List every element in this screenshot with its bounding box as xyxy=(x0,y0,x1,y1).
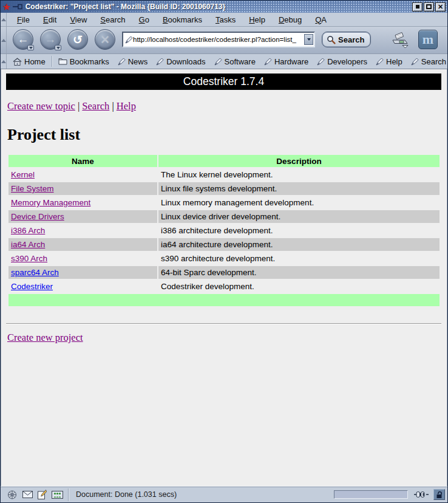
back-dropdown-icon[interactable] xyxy=(27,45,34,50)
table-row: ia64 Archia64 architecture development. xyxy=(8,238,440,251)
forward-dropdown-icon[interactable] xyxy=(55,45,61,50)
personal-toolbar-item-help[interactable]: Help xyxy=(372,56,406,67)
project-link[interactable]: Codestriker xyxy=(11,282,53,291)
project-link[interactable]: ia64 Arch xyxy=(11,240,45,249)
personal-toolbar-item-label: Help xyxy=(386,57,402,66)
menu-go[interactable]: Go xyxy=(132,15,156,24)
project-link[interactable]: i386 Arch xyxy=(11,226,45,235)
search-button[interactable]: Search xyxy=(322,32,371,47)
mozilla-logo[interactable]: m xyxy=(418,30,438,49)
menu-bookmarks[interactable]: Bookmarks xyxy=(156,15,209,24)
home-icon xyxy=(13,58,22,66)
project-name-cell: Memory Management xyxy=(8,196,157,209)
nav-link-search[interactable]: Search xyxy=(82,100,109,112)
stop-button[interactable]: ✕ xyxy=(95,29,115,50)
title-bar[interactable]: ★ Codestriker: "Project list" - Mozilla … xyxy=(1,1,447,13)
menu-search[interactable]: Search xyxy=(93,15,132,24)
table-row: sparc64 Arch64-bit Sparc development. xyxy=(8,266,440,279)
window-menu-star-icon[interactable]: ★ xyxy=(3,3,10,11)
personal-toolbar-item-news[interactable]: News xyxy=(114,56,152,67)
table-row: i386 Archi386 architecture development. xyxy=(8,224,440,237)
personal-toolbar-item-developers[interactable]: Developers xyxy=(313,56,371,67)
personal-toolbar-grippy[interactable] xyxy=(1,54,7,69)
url-dropdown-button[interactable] xyxy=(304,34,313,45)
project-link[interactable]: sparc64 Arch xyxy=(11,268,59,277)
project-link[interactable]: File System xyxy=(11,184,54,193)
personal-toolbar-item-label: News xyxy=(128,57,148,66)
forward-button[interactable]: → xyxy=(40,29,61,50)
table-header-row: NameDescription xyxy=(8,155,440,167)
personal-toolbar-item-hardware[interactable]: Hardware xyxy=(260,56,312,67)
print-button[interactable] xyxy=(390,30,410,49)
nav-link-create-new-topic[interactable]: Create new topic xyxy=(7,100,75,112)
project-link[interactable]: s390 Arch xyxy=(11,254,47,263)
online-plug-icon[interactable] xyxy=(414,491,429,498)
personal-toolbar-item-bookmarks[interactable]: Bookmarks xyxy=(55,56,113,67)
menu-file[interactable]: File xyxy=(10,15,36,24)
search-button-label: Search xyxy=(338,35,364,44)
project-description: Linux memory management development. xyxy=(158,196,440,209)
table-row: CodestrikerCodestriker development. xyxy=(8,280,440,293)
quill-icon xyxy=(317,58,325,66)
menubar-grippy[interactable] xyxy=(1,13,7,26)
close-icon: ✕ xyxy=(438,4,443,10)
personal-toolbar-item-search[interactable]: Search xyxy=(407,56,448,67)
projects-table: NameDescription KernelThe Linux kernel d… xyxy=(7,154,441,307)
menu-view[interactable]: View xyxy=(63,15,93,24)
menu-help[interactable]: Help xyxy=(242,15,272,24)
status-text: Document: Done (1.031 secs) xyxy=(69,490,334,499)
footer-link-container: Create new project xyxy=(7,332,447,344)
toolbar-grippy[interactable] xyxy=(1,27,7,53)
table-footer-row xyxy=(8,294,440,306)
maximize-button[interactable] xyxy=(424,2,434,12)
column-header-name: Name xyxy=(8,155,157,167)
project-description: ia64 architecture development. xyxy=(158,238,440,251)
project-link[interactable]: Memory Management xyxy=(11,198,90,207)
personal-toolbar-item-label: Developers xyxy=(327,57,367,66)
quill-icon xyxy=(156,58,164,66)
menu-debug[interactable]: Debug xyxy=(272,15,308,24)
table-row: KernelThe Linux kernel development. xyxy=(8,168,440,181)
security-lock-button[interactable] xyxy=(433,489,445,500)
close-button[interactable]: ✕ xyxy=(435,2,446,12)
open-lock-icon xyxy=(436,491,443,499)
maximize-icon xyxy=(426,4,432,9)
personal-toolbar: HomeBookmarksNewsDownloadsSoftwareHardwa… xyxy=(1,54,447,69)
personal-toolbar-item-label: Bookmarks xyxy=(70,57,109,66)
url-input[interactable] xyxy=(133,33,304,46)
reload-button[interactable]: ↺ xyxy=(67,29,88,50)
personal-toolbar-item-software[interactable]: Software xyxy=(211,56,259,67)
project-name-cell: i386 Arch xyxy=(8,224,157,237)
menu-items: FileEditViewSearchGoBookmarksTasksHelpDe… xyxy=(7,13,333,26)
url-bar[interactable] xyxy=(122,32,315,47)
menu-tasks[interactable]: Tasks xyxy=(209,15,242,24)
project-description: 64-bit Sparc development. xyxy=(158,266,440,279)
menu-edit[interactable]: Edit xyxy=(36,15,63,24)
page-content: Codestriker 1.7.4 Create new topic | Sea… xyxy=(1,69,447,486)
address-book-icon[interactable] xyxy=(52,491,63,499)
composer-icon[interactable] xyxy=(38,490,47,499)
nav-link-help[interactable]: Help xyxy=(117,100,136,112)
minimize-button[interactable] xyxy=(412,2,423,12)
toolbar-separator xyxy=(52,56,52,67)
table-row: Device DriversLinux device driver develo… xyxy=(8,210,440,223)
personal-toolbar-item-home[interactable]: Home xyxy=(9,56,49,67)
navigator-icon[interactable] xyxy=(7,490,18,500)
menu-qa[interactable]: QA xyxy=(308,15,333,24)
project-link[interactable]: Device Drivers xyxy=(11,212,64,221)
project-name-cell: Kernel xyxy=(8,168,157,181)
project-name-cell: sparc64 Arch xyxy=(8,266,157,279)
project-description: Linux device driver development. xyxy=(158,210,440,223)
mail-icon[interactable] xyxy=(22,491,33,498)
personal-toolbar-item-label: Home xyxy=(24,57,46,66)
quill-icon xyxy=(411,58,419,66)
project-link[interactable]: Kernel xyxy=(11,170,35,179)
project-description: i386 architecture development. xyxy=(158,224,440,237)
printer-icon xyxy=(390,30,410,49)
project-description: The Linux kernel development. xyxy=(158,168,440,181)
personal-toolbar-item-label: Downloads xyxy=(166,57,205,66)
back-button[interactable]: ← xyxy=(13,29,33,50)
table-footer-cell xyxy=(8,294,440,306)
create-new-project-link[interactable]: Create new project xyxy=(7,332,83,343)
personal-toolbar-item-downloads[interactable]: Downloads xyxy=(152,56,209,67)
